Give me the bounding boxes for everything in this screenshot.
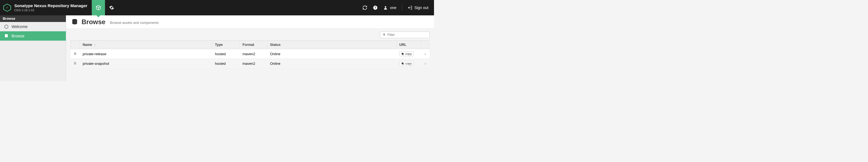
toolbar (66, 29, 434, 40)
table-body: private-release hosted maven2 Online cop… (70, 49, 430, 68)
col-status[interactable]: Status (267, 40, 397, 49)
repo-status: Online (267, 49, 397, 58)
signout-label: Sign out (414, 5, 429, 10)
signout-icon (408, 5, 412, 10)
chevron-right-icon[interactable]: › (421, 59, 430, 68)
copy-icon (401, 62, 404, 65)
divider (402, 4, 402, 11)
chevron-right-icon[interactable]: › (421, 49, 430, 58)
repo-icon (70, 59, 80, 68)
sidebar-item-label: Browse (11, 34, 25, 38)
database-icon (4, 34, 9, 38)
app-version: OSS 3.18.1-01 (14, 8, 87, 12)
nexus-logo-icon: r (3, 3, 11, 12)
refresh-button[interactable] (362, 5, 367, 10)
filter-box[interactable] (380, 32, 430, 38)
svg-text:r: r (7, 6, 8, 9)
repo-icon (70, 49, 80, 58)
col-icon (70, 40, 80, 49)
table-header-row: Name ↑ Type Format Status URL (70, 40, 430, 49)
repo-name: private-release (80, 49, 212, 58)
sidebar-item-browse[interactable]: Browse (0, 31, 66, 41)
hexagon-icon (4, 24, 9, 29)
gear-icon (109, 5, 114, 10)
col-type[interactable]: Type (212, 40, 240, 49)
help-icon: ? (373, 5, 378, 10)
repo-format: maven2 (240, 59, 267, 68)
header-right: ? one Sign out (357, 0, 434, 15)
sidebar-header: Browse (0, 15, 66, 22)
table-row[interactable]: private-snapshot hosted maven2 Online co… (70, 59, 430, 68)
col-url[interactable]: URL (397, 40, 421, 49)
refresh-icon (362, 5, 367, 10)
repo-type: hosted (212, 59, 240, 68)
svg-point-4 (385, 6, 386, 8)
signout-button[interactable]: Sign out (408, 5, 429, 10)
sort-asc-icon: ↑ (94, 43, 96, 46)
repo-name: private-snapshot (80, 59, 212, 68)
sidebar-item-welcome[interactable]: Welcome (0, 22, 66, 31)
col-arrow (421, 40, 430, 49)
user-icon (383, 5, 388, 10)
header-mode-switch (92, 0, 118, 15)
table-row[interactable]: private-release hosted maven2 Online cop… (70, 49, 430, 59)
app-title: Sonatype Nexus Repository Manager (14, 3, 87, 8)
help-button[interactable]: ? (373, 5, 378, 10)
copy-url-button[interactable]: copy (399, 51, 413, 56)
copy-icon (401, 52, 404, 55)
svg-rect-10 (402, 53, 403, 54)
copy-url-button[interactable]: copy (399, 61, 413, 66)
admin-mode-button[interactable] (105, 0, 118, 15)
repo-status: Online (267, 59, 397, 68)
user-label: one (390, 5, 396, 10)
repo-type: hosted (212, 49, 240, 58)
browse-mode-button[interactable] (92, 0, 105, 15)
repositories-table: Name ↑ Type Format Status URL (70, 40, 430, 68)
database-icon (71, 18, 78, 26)
page-title: Browse (82, 18, 105, 26)
sidebar: Browse Welcome Browse (0, 15, 66, 81)
col-format[interactable]: Format (240, 40, 267, 49)
page-subtitle: Browse assets and components (110, 21, 159, 25)
page-header: Browse Browse assets and components (66, 15, 434, 29)
svg-text:?: ? (374, 6, 376, 9)
cube-icon (96, 5, 101, 10)
brand: r Sonatype Nexus Repository Manager OSS … (0, 0, 92, 15)
repo-format: maven2 (240, 49, 267, 58)
col-name[interactable]: Name ↑ (80, 40, 212, 49)
app-header: r Sonatype Nexus Repository Manager OSS … (0, 0, 434, 15)
user-menu[interactable]: one (383, 5, 396, 10)
content: Browse Browse assets and components Name… (66, 15, 434, 81)
svg-marker-5 (5, 25, 8, 28)
filter-icon (382, 33, 386, 37)
sidebar-item-label: Welcome (11, 25, 28, 29)
svg-rect-13 (402, 62, 403, 64)
filter-input[interactable] (388, 33, 429, 37)
